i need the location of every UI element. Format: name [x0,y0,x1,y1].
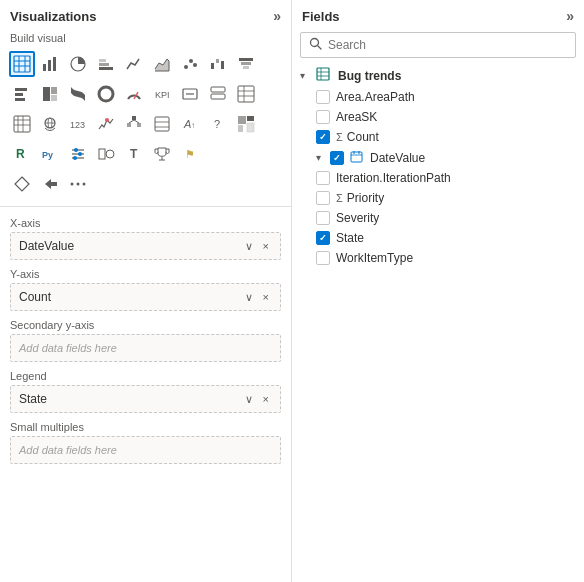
vis-icon-funnel[interactable] [233,51,259,77]
vis-icon-custom[interactable]: ⚑ [177,141,203,167]
vis-icon-stacked-bar[interactable] [93,51,119,77]
svg-rect-61 [238,125,243,132]
vis-icon-donut[interactable] [93,81,119,107]
divider-1 [0,206,291,207]
date-value-checkbox[interactable] [330,151,344,165]
y-axis-chevron[interactable]: ∨ [242,290,256,305]
x-axis-label: X-axis [10,217,281,229]
area-path-checkbox[interactable] [316,90,330,104]
x-axis-chevron[interactable]: ∨ [242,239,256,254]
vis-icon-kpi[interactable]: KPI [149,81,175,107]
list-item[interactable]: Iteration.IterationPath [296,168,580,188]
state-label: State [336,231,364,245]
priority-checkbox[interactable] [316,191,330,205]
list-item[interactable]: AreaSK [296,107,580,127]
vis-icon-hbar[interactable] [9,81,35,107]
count-label: Count [347,130,379,144]
vis-icon-table2[interactable] [233,81,259,107]
vis-icon-r[interactable]: R [9,141,35,167]
secondary-y-axis-placeholder: Add data fields here [19,342,117,354]
work-item-type-checkbox[interactable] [316,251,330,265]
x-axis-group: X-axis DateValue ∨ × [10,217,281,260]
list-item[interactable]: Σ Count [296,127,580,147]
vis-icon-smart-narrative[interactable]: A ↑ [177,111,203,137]
vis-icon-multirow-card[interactable] [205,81,231,107]
svg-line-51 [129,120,134,123]
visualizations-title: Visualizations [10,9,96,24]
vis-icon-table[interactable] [9,51,35,77]
list-item[interactable]: ▾ DateValue [296,147,580,168]
vis-icon-more[interactable] [65,171,91,197]
icon-row-3: 123 [8,110,283,138]
svg-rect-32 [211,87,225,92]
build-visual-label: Build visual [0,28,291,48]
vis-icon-gauge[interactable] [121,81,147,107]
vis-icon-card[interactable] [177,81,203,107]
x-axis-close[interactable]: × [260,239,272,253]
vis-icon-bar[interactable] [37,51,63,77]
vis-icon-arrow[interactable] [37,171,63,197]
vis-icon-map[interactable] [37,111,63,137]
fields-expand-icon[interactable]: » [566,8,574,24]
svg-point-14 [193,63,197,67]
vis-icon-table3[interactable] [149,111,175,137]
secondary-y-axis-drop[interactable]: Add data fields here [10,334,281,362]
severity-checkbox[interactable] [316,211,330,225]
search-box[interactable] [300,32,576,58]
legend-group: Legend State ∨ × [10,370,281,413]
vis-icon-matrix[interactable] [9,111,35,137]
visualization-icons-grid: KPI [0,48,291,202]
vis-icon-ribbon[interactable] [65,81,91,107]
vis-icon-diamond[interactable] [9,171,35,197]
vis-icon-area-chart[interactable] [149,51,175,77]
icon-row-2: KPI [8,80,283,108]
list-item[interactable]: State [296,228,580,248]
svg-rect-9 [99,67,113,70]
vis-icon-py[interactable]: Py [37,141,63,167]
vis-icon-decomp2[interactable] [233,111,259,137]
vis-icon-pie[interactable] [65,51,91,77]
visualizations-expand-icon[interactable]: » [273,8,281,24]
y-axis-drop[interactable]: Count ∨ × [10,283,281,311]
vis-icon-decomp[interactable] [121,111,147,137]
svg-point-79 [71,183,74,186]
vis-icon-text[interactable]: T [121,141,147,167]
small-multiples-group: Small multiples Add data fields here [10,421,281,464]
state-checkbox[interactable] [316,231,330,245]
vis-icon-waterfall[interactable] [205,51,231,77]
iteration-path-checkbox[interactable] [316,171,330,185]
bug-trends-icon [316,67,330,84]
svg-rect-0 [14,56,30,72]
bug-trends-header[interactable]: ▾ Bug trends [296,64,580,87]
vis-icon-slicer[interactable] [65,141,91,167]
search-input[interactable] [328,38,567,52]
vis-icon-treemap[interactable] [37,81,63,107]
legend-drop[interactable]: State ∨ × [10,385,281,413]
vis-icon-123[interactable]: 123 [65,111,91,137]
list-item[interactable]: Severity [296,208,580,228]
x-axis-drop[interactable]: DateValue ∨ × [10,232,281,260]
legend-close[interactable]: × [260,392,272,406]
small-multiples-drop[interactable]: Add data fields here [10,436,281,464]
count-checkbox[interactable] [316,130,330,144]
svg-rect-62 [247,123,254,132]
secondary-y-axis-group: Secondary y-axis Add data fields here [10,319,281,362]
list-item[interactable]: WorkItemType [296,248,580,268]
legend-chevron[interactable]: ∨ [242,392,256,407]
svg-rect-84 [317,68,329,80]
list-item[interactable]: Σ Priority [296,188,580,208]
y-axis-close[interactable]: × [260,290,272,304]
area-sk-checkbox[interactable] [316,110,330,124]
svg-rect-25 [51,87,57,94]
list-item[interactable]: Area.AreaPath [296,87,580,107]
vis-icon-anomaly[interactable] [93,111,119,137]
svg-rect-71 [99,149,105,159]
svg-line-52 [134,120,139,123]
legend-label: Legend [10,370,281,382]
vis-icon-qna[interactable]: ? [205,111,231,137]
vis-icon-trophy[interactable] [149,141,175,167]
svg-marker-77 [15,177,29,191]
vis-icon-line[interactable] [121,51,147,77]
vis-icon-scatter[interactable] [177,51,203,77]
vis-icon-shape[interactable] [93,141,119,167]
